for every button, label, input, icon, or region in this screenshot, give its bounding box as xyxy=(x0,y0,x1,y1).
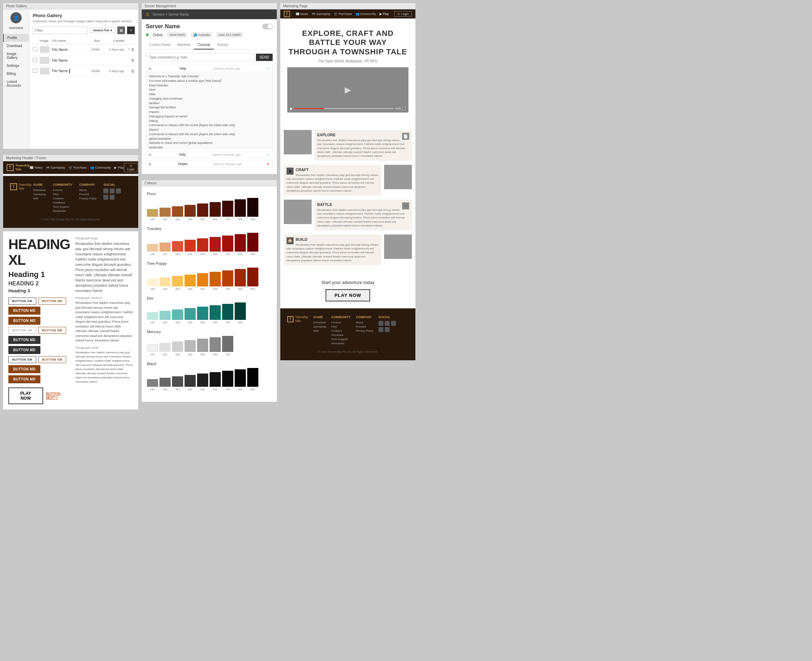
mp-footer-privacy[interactable]: Privacy Policy xyxy=(356,329,373,332)
mp-nav-purchase[interactable]: 🛒 Purchase xyxy=(334,12,352,16)
tab-control-panel[interactable]: Control Panel xyxy=(146,41,174,49)
button-md-brown-2[interactable]: BUTTON MD xyxy=(8,365,40,373)
grid-view-button[interactable]: ▦ xyxy=(117,27,125,34)
footer-community-feedback[interactable]: Feedback xyxy=(53,201,72,204)
footer-company-privacy[interactable]: Privacy Policy xyxy=(80,197,97,200)
log-entry-3-header[interactable]: ▶ helper Typed 8 minutes ago ✗ xyxy=(146,161,272,167)
console-input[interactable] xyxy=(146,53,254,61)
mhf-nav-gameplay[interactable]: 🎮 Gameplay xyxy=(46,166,65,169)
button-md-dark-1[interactable]: BUTTON MD xyxy=(8,336,40,344)
tab-console[interactable]: Console xyxy=(194,41,214,49)
sidebar-item-download[interactable]: Download xyxy=(3,42,29,50)
footer-community-creators[interactable]: Creators xyxy=(53,197,72,200)
log-entry-1-header[interactable]: ▶ help Typed a minute ago ✓ xyxy=(146,65,272,72)
mp-discord-icon[interactable] xyxy=(379,327,384,332)
footer-game-gameplay[interactable]: Gameplay xyxy=(33,193,46,196)
mhf-login-button[interactable]: ⊙ Login xyxy=(124,163,138,172)
instagram-icon[interactable] xyxy=(116,188,121,193)
footer-game-download[interactable]: Download xyxy=(33,188,46,192)
gameplay-icon: 🎮 xyxy=(46,166,50,169)
facebook-icon[interactable] xyxy=(103,188,108,193)
button-sm-outline-1[interactable]: BUTTON SM xyxy=(8,298,36,305)
mp-footer-tech-support[interactable]: Tech Support xyxy=(331,338,351,341)
mp-twitter-icon[interactable] xyxy=(385,321,390,326)
mp-nav-community[interactable]: 👥 Community xyxy=(355,12,376,16)
button-md-brown-1[interactable]: BUTTON MD xyxy=(8,307,40,315)
button-next-link[interactable]: BUTTON NEXT > xyxy=(46,392,70,400)
server-toggle[interactable] xyxy=(262,24,273,29)
video-progress-bar[interactable] xyxy=(294,108,394,109)
mhf-nav-community[interactable]: 👥 Community xyxy=(90,166,111,169)
button-sm-outline-2[interactable]: BUTTON SM xyxy=(8,327,36,334)
filter-input[interactable] xyxy=(33,27,88,34)
sidebar-item-image-gallery[interactable]: Image Gallery xyxy=(3,50,29,62)
play-now-button[interactable]: PLAY NOW xyxy=(8,388,43,404)
para-sm-label: Paragraph small xyxy=(75,346,133,350)
discord-icon[interactable] xyxy=(103,195,108,200)
row-checkbox[interactable] xyxy=(33,69,37,73)
mp-facebook-icon[interactable] xyxy=(379,321,384,326)
delete-icon[interactable]: 🗑 xyxy=(131,58,135,62)
mp-login-button[interactable]: ⊙ Login xyxy=(394,11,412,17)
button-sm-brown-outline-3[interactable]: BUTTON SM xyxy=(38,356,66,363)
tuscany-100 xyxy=(147,244,158,252)
button-md-brown-fill-1[interactable]: BUTTON MD xyxy=(8,317,40,325)
video-play-btn[interactable]: ▶ xyxy=(290,107,293,110)
mp-play-now-button[interactable]: PLAY NOW xyxy=(326,289,371,302)
button-sm-outline-3[interactable]: BUTTON SM xyxy=(8,356,36,363)
mhf-nav-purchase[interactable]: 🛒 Purchase xyxy=(68,166,87,169)
mp-footer-faq[interactable]: FAQ xyxy=(331,325,351,328)
button-sm-brown-outline-2[interactable]: BUTTON SM xyxy=(38,327,66,334)
sort-button[interactable]: Newest first ▾ xyxy=(90,27,115,33)
mp-video-player[interactable]: ▶ ▶ 0:00 ⛶ xyxy=(287,67,408,113)
footer-community-faq[interactable]: FAQ xyxy=(53,193,72,196)
mhf-nav-play[interactable]: ▶ Play xyxy=(114,166,124,169)
footer-company-presskit[interactable]: Presskit xyxy=(80,193,97,196)
footer-game-wiki[interactable]: Wiki xyxy=(33,197,46,200)
mp-footer-wiki[interactable]: Wiki xyxy=(314,329,326,332)
mp-footer-feedback[interactable]: Feedback xyxy=(331,334,351,337)
button-md-dark-fill-1[interactable]: BUTTON MD xyxy=(8,346,40,354)
mhf-nav-news[interactable]: 📰 News xyxy=(30,166,43,169)
mp-footer-presskit[interactable]: Presskit xyxy=(356,325,373,328)
twitter-icon[interactable] xyxy=(110,188,115,193)
video-fullscreen-btn[interactable]: ⛶ xyxy=(402,107,406,110)
share-icon[interactable]: ⤴ xyxy=(128,47,130,51)
button-md-brown-fill-2[interactable]: BUTTON MD xyxy=(8,375,40,383)
mp-footer-newsletter[interactable]: Newsletter xyxy=(331,342,351,345)
footer-community-support[interactable]: Tech Support xyxy=(53,205,72,208)
mp-instagram-icon[interactable] xyxy=(391,321,396,326)
button-sm-brown-outline-1[interactable]: BUTTON SM xyxy=(38,298,66,305)
delete-icon[interactable]: 🗑 xyxy=(131,69,135,73)
mp-footer-gameplay[interactable]: Gameplay xyxy=(314,325,326,328)
log-entry-2-header[interactable]: ▶ help Typed 8 minutes ago ✓ xyxy=(146,151,272,158)
mp-nav-news[interactable]: 📰 News xyxy=(296,12,308,16)
sidebar-item-linked-accounts[interactable]: Linked Accounts xyxy=(3,78,29,89)
breadcrumb-servers[interactable]: Servers xyxy=(153,13,164,16)
delete-icon[interactable]: 🗑 xyxy=(131,47,135,51)
mp-footer-forums[interactable]: Forums xyxy=(331,321,351,324)
tab-activity[interactable]: Activity xyxy=(214,41,232,49)
send-button[interactable]: SEND xyxy=(256,54,273,61)
row-checkbox[interactable] xyxy=(33,58,37,62)
mp-nav-play[interactable]: ▶ Play xyxy=(379,12,389,16)
tab-manifest[interactable]: Manifest xyxy=(174,41,194,49)
poco-swatches: 100 200 300 400 xyxy=(147,198,272,221)
mp-footer-download[interactable]: Download xyxy=(314,321,326,324)
mp-nav-gameplay[interactable]: 🎮 Gameplay xyxy=(312,12,331,16)
mp-footer-about[interactable]: About xyxy=(356,321,373,324)
mp-footer-creators[interactable]: Creators xyxy=(331,329,351,332)
feature-build-img xyxy=(384,235,412,259)
footer-company-about[interactable]: About xyxy=(80,188,97,192)
footer-community-newsletter[interactable]: Newsletter xyxy=(53,209,72,212)
mp-footer-social-title: SOCIAL xyxy=(379,315,396,319)
poco-700-label: 700 xyxy=(225,218,230,221)
list-view-button[interactable]: ≡ xyxy=(127,27,135,34)
sidebar-item-settings[interactable]: Settings xyxy=(3,62,29,70)
footer-community-forums[interactable]: Forums xyxy=(53,188,72,192)
youtube-icon[interactable] xyxy=(110,195,115,200)
sidebar-item-profile[interactable]: Profile xyxy=(3,34,29,42)
sidebar-item-billing[interactable]: Billing xyxy=(3,70,29,78)
mp-youtube-icon[interactable] xyxy=(385,327,390,332)
row-checkbox[interactable] xyxy=(33,47,37,51)
